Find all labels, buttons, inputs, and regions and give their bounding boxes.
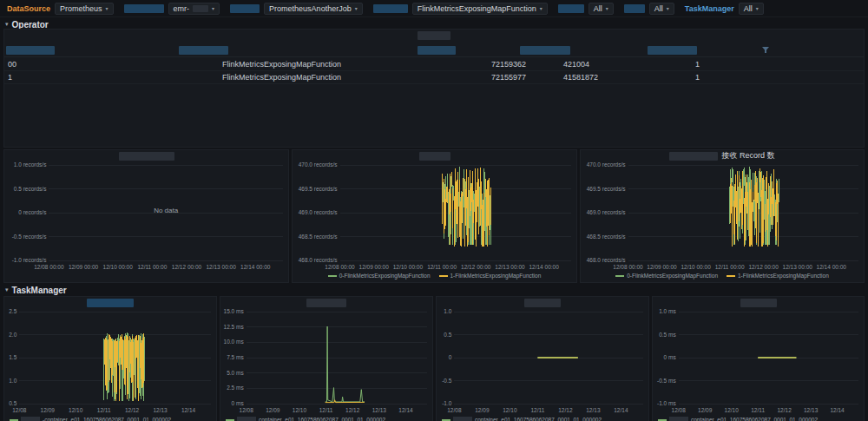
dropdown-value: Prometheus [60,4,102,13]
legend-item[interactable]: container_e01_1607586062087_0001_01_0000… [442,417,602,421]
svg-text:12.5 ms: 12.5 ms [224,324,245,330]
svg-text:12/12: 12/12 [778,407,792,413]
template-variable: All▾ [624,3,674,15]
filter-icon[interactable] [762,47,769,54]
table-column-header[interactable] [648,46,697,55]
svg-text:12/11 00:00: 12/11 00:00 [715,264,745,270]
legend-label: container_e01_1607586062087_0001_01_0000… [691,417,818,421]
panel-title[interactable] [653,297,864,308]
svg-text:12/12 00:00: 12/12 00:00 [461,264,491,270]
svg-text:12/12: 12/12 [345,407,360,413]
svg-text:12/10 00:00: 12/10 00:00 [103,264,134,270]
svg-text:470.0 records/s: 470.0 records/s [299,161,339,168]
chevron-down-icon: ▾ [212,5,214,11]
redacted-text [193,5,208,12]
svg-text:12/08 00:00: 12/08 00:00 [613,264,643,270]
table-cell: 421004 [563,60,589,69]
legend-item[interactable]: 0-FlinkMetricsExposingMapFunction [328,273,431,279]
svg-text:12/08: 12/08 [672,407,687,413]
legend-item[interactable]: 0-FlinkMetricsExposingMapFunction [615,273,718,279]
table-column-header[interactable] [418,46,456,55]
variable-dropdown-2[interactable]: PrometheusAnotherJob▾ [264,3,363,15]
svg-text:12/13: 12/13 [372,407,387,413]
time-series-graph[interactable]: 2.52.01.51.00.512/0812/0912/1012/1112/12… [4,308,216,414]
table-row: 1FlinkMetricsExposingMapFunction72155977… [4,71,864,84]
svg-text:12/10: 12/10 [293,407,307,413]
legend-label: 1-FlinkMetricsExposingMapFunction [450,273,542,279]
variable-dropdown-5[interactable]: All▾ [649,3,674,15]
redacted-variable-label [373,4,408,13]
legend-label: -container_e01_1607586062087_0001_01_000… [43,417,171,421]
time-series-graph[interactable]: 15.0 ms12.5 ms10.0 ms7.5 ms5.0 ms2.5 ms0… [220,308,432,414]
redacted-title [119,152,174,161]
svg-text:12/10: 12/10 [69,407,83,413]
operator-graph-panel-2: 470.0 records/s469.5 records/s469.0 reco… [292,149,577,283]
redacted-text [669,417,688,421]
panel-title[interactable] [437,297,648,308]
table-panel-title[interactable] [4,30,864,41]
template-variable: All▾ [558,3,614,15]
panel-title[interactable] [4,297,216,308]
chevron-down-icon: ▾ [355,5,358,11]
row-header-taskmanager[interactable]: ▾ TaskManager [5,285,67,295]
chevron-down-icon: ▾ [606,5,608,11]
dropdown-value: emr- [174,4,190,13]
template-variable: DataSourcePrometheus▾ [7,3,114,15]
variable-dropdown-1[interactable]: emr-▾ [168,3,220,15]
legend-item[interactable]: container_e01_1607586062087_0001_01_0000… [226,417,385,421]
svg-text:7.5 ms: 7.5 ms [227,354,244,360]
svg-text:0.5: 0.5 [444,332,451,338]
svg-text:-1.0 records/s: -1.0 records/s [12,257,47,263]
table-cell: 72159362 [491,60,526,69]
time-series-graph[interactable]: 470.0 records/s469.5 records/s469.0 reco… [581,161,864,271]
legend-item[interactable]: 1-FlinkMetricsExposingMapFunction [727,273,829,279]
time-series-graph[interactable]: 1.00.50-0.5-1.012/0812/0912/1012/1112/12… [437,308,648,414]
redacted-title [418,31,450,40]
svg-text:12/14: 12/14 [614,407,628,413]
variable-dropdown-6[interactable]: All▾ [739,3,764,15]
variable-label: TaskManager [685,4,734,13]
table-cell: FlinkMetricsExposingMapFunction [222,60,341,69]
legend-label: container_e01_1607586062087_0001_01_0000… [259,417,385,421]
chevron-down-icon: ▾ [106,5,108,11]
panel-title[interactable] [4,150,288,161]
panel-title[interactable] [220,297,432,308]
svg-text:-1.0 ms: -1.0 ms [657,400,676,406]
svg-text:1.0: 1.0 [9,378,16,384]
legend-item[interactable]: container_e01_1607586062087_0001_01_0000… [658,417,818,421]
svg-text:12/09 00:00: 12/09 00:00 [359,264,390,270]
legend: container_e01_1607586062087_0001_01_0000… [658,415,858,421]
svg-text:12/13 00:00: 12/13 00:00 [206,264,236,270]
legend-item[interactable]: 1-FlinkMetricsExposingMapFunction [439,273,542,279]
variable-dropdown-4[interactable]: All▾ [589,3,614,15]
svg-text:12/13 00:00: 12/13 00:00 [783,264,813,270]
panel-title[interactable] [293,150,576,161]
svg-text:12/09 00:00: 12/09 00:00 [69,264,99,270]
svg-text:1.5: 1.5 [9,354,16,360]
svg-text:-0.5: -0.5 [442,378,452,384]
svg-text:12/13 00:00: 12/13 00:00 [495,264,525,270]
variable-dropdown-0[interactable]: Prometheus▾ [55,3,114,15]
variable-dropdown-3[interactable]: FlinkMetricsExposingMapFunction▾ [412,3,548,15]
svg-text:12/09: 12/09 [698,407,713,413]
table-row: 00FlinkMetricsExposingMapFunction7215936… [4,58,864,71]
legend-series-color [328,275,337,277]
legend-item[interactable]: -container_e01_1607586062087_0001_01_000… [10,417,171,421]
table-column-header[interactable] [179,46,228,55]
svg-text:12/11: 12/11 [97,407,111,413]
svg-text:12/12: 12/12 [125,407,140,413]
svg-text:12/14: 12/14 [830,407,845,413]
row-title: Operator [12,20,49,30]
legend-label: 1-FlinkMetricsExposingMapFunction [738,273,829,279]
redacted-title [419,152,450,161]
time-series-graph[interactable]: 470.0 records/s469.5 records/s469.0 reco… [293,161,576,271]
table-column-header[interactable] [520,46,570,55]
legend-series-color [442,419,450,421]
table-column-header[interactable] [6,46,55,55]
time-series-graph[interactable]: 1.0 ms0.5 ms0 ms-0.5 ms-1.0 ms12/0812/09… [653,308,864,414]
time-series-graph[interactable]: 1.0 records/s0.5 records/s0 records/s-0.… [4,161,288,271]
svg-text:5.0 ms: 5.0 ms [227,370,244,376]
taskmanager-graph-panel-4: 1.0 ms0.5 ms0 ms-0.5 ms-1.0 ms12/0812/09… [652,296,865,421]
chevron-down-icon: ▾ [5,286,9,293]
panel-title[interactable]: 接收 Record 数 [581,150,864,161]
